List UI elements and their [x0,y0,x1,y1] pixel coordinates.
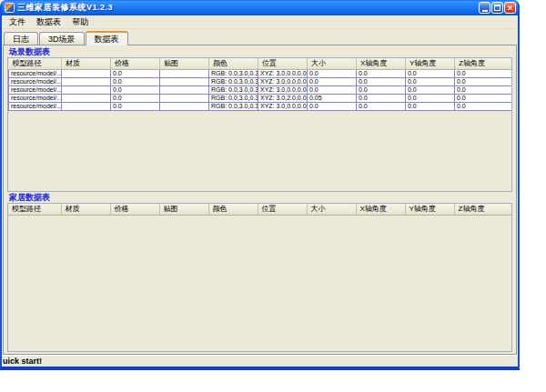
desktop-background: 三维家居装修系统V1.2.3 ✕ 文件 数据表 帮助 日志 3D场景 数据表 场… [0,0,546,392]
cell-price[interactable]: 0.0 [111,77,160,85]
column-header-size[interactable]: 大小 [308,58,357,69]
cell-position[interactable]: XYZ: 3.0,0.0,0.0 [258,69,308,77]
cell-y-angle[interactable]: 0.0 [406,69,455,77]
column-header-price[interactable]: 价格 [111,58,160,69]
cell-material[interactable] [62,85,111,94]
cell-texture[interactable] [160,77,209,85]
menu-file[interactable]: 文件 [4,15,31,29]
column-header-z-angle[interactable]: Z轴角度 [455,58,513,69]
cell-y-angle[interactable]: 0.0 [406,77,455,85]
table-row[interactable]: resource/model/... 0.0 RGB: 0.0,3.0,0.3 … [9,102,513,110]
furniture-table: 模型路径 材质 价格 贴图 颜色 位置 大小 X轴角度 Y轴角度 Z轴角度 [7,203,512,352]
status-bar: uick start! [2,355,518,367]
cell-texture[interactable] [160,69,209,77]
close-icon: ✕ [507,4,514,13]
status-text: uick start! [3,357,42,366]
cell-price[interactable]: 0.0 [111,69,160,77]
cell-y-angle[interactable]: 0.0 [406,85,455,94]
close-button[interactable]: ✕ [504,2,516,14]
cell-color[interactable]: RGB: 0.0,3.0,0.3 [209,77,258,85]
cell-size[interactable]: 0.0 [308,69,357,77]
cell-price[interactable]: 0.0 [111,102,160,110]
cell-size[interactable]: 0.0 [308,77,357,85]
cell-position[interactable]: XYZ: 3.0,2.0,0.0 [258,94,308,102]
minimize-button[interactable] [479,2,490,14]
cell-z-angle[interactable]: 0.0 [455,69,513,77]
menu-help[interactable]: 帮助 [66,15,94,29]
cell-y-angle[interactable]: 0.0 [406,102,455,110]
cell-color[interactable]: RGB: 0.0,3.0,0.3 [209,102,258,110]
cell-position[interactable]: XYZ: 3.0,0.0,0.0 [258,85,308,94]
cell-size[interactable]: 0.0 [308,102,357,110]
table-row[interactable]: resource/model/... 0.0 RGB: 0.0,3.0,0.3 … [9,94,513,102]
cell-color[interactable]: RGB: 0.0,3.0,0.3 [209,69,258,77]
cell-x-angle[interactable]: 0.0 [357,85,406,94]
cell-model-path[interactable]: resource/model/... [9,102,62,110]
column-header-color[interactable]: 颜色 [208,204,258,215]
scene-table-title: 场景数据表 [9,47,514,56]
cell-x-angle[interactable]: 0.0 [357,102,406,110]
minimize-icon [482,10,488,12]
cell-model-path[interactable]: resource/model/... [9,94,62,102]
tab-3d-scene[interactable]: 3D场景 [39,32,85,45]
app-icon [5,3,15,13]
menu-bar: 文件 数据表 帮助 [2,15,518,29]
cell-model-path[interactable]: resource/model/... [9,85,62,94]
cell-size[interactable]: 0.05 [308,94,357,102]
cell-x-angle[interactable]: 0.0 [357,77,406,85]
column-header-y-angle[interactable]: Y轴角度 [405,204,454,215]
cell-color[interactable]: RGB: 0.0,3.0,0.3 [209,85,258,94]
tab-bar: 日志 3D场景 数据表 [2,29,518,45]
maximize-button[interactable] [491,2,503,14]
cell-texture[interactable] [160,94,209,102]
cell-model-path[interactable]: resource/model/... [9,77,62,85]
column-header-model-path[interactable]: 模型路径 [8,204,61,215]
cell-z-angle[interactable]: 0.0 [455,77,513,85]
column-header-material[interactable]: 材质 [62,58,111,69]
window-controls: ✕ [479,2,516,14]
cell-price[interactable]: 0.0 [111,94,160,102]
cell-y-angle[interactable]: 0.0 [406,94,455,102]
column-header-x-angle[interactable]: X轴角度 [357,58,406,69]
column-header-z-angle[interactable]: Z轴角度 [454,204,512,215]
cell-size[interactable]: 0.0 [308,85,357,94]
column-header-y-angle[interactable]: Y轴角度 [406,58,455,69]
cell-material[interactable] [62,69,111,77]
cell-material[interactable] [62,77,111,85]
data-table-panel: 场景数据表 模型路径 材质 价格 贴图 颜色 位置 [3,45,517,355]
column-header-texture[interactable]: 贴图 [160,58,209,69]
column-header-size[interactable]: 大小 [307,204,356,215]
cell-material[interactable] [62,94,111,102]
table-row[interactable]: resource/model/... 0.0 RGB: 0.0,3.0,0.3 … [9,77,513,85]
maximize-icon [494,5,500,11]
column-header-color[interactable]: 颜色 [209,58,258,69]
cell-model-path[interactable]: resource/model/... [9,69,62,77]
cell-material[interactable] [62,102,111,110]
cell-x-angle[interactable]: 0.0 [357,94,406,102]
title-bar[interactable]: 三维家居装修系统V1.2.3 ✕ [2,0,518,15]
column-header-price[interactable]: 价格 [110,204,159,215]
table-row[interactable]: resource/model/... 0.0 RGB: 0.0,3.0,0.3 … [9,85,513,94]
cell-texture[interactable] [160,102,209,110]
column-header-model-path[interactable]: 模型路径 [9,58,62,69]
table-row[interactable]: resource/model/... 0.0 RGB: 0.0,3.0,0.3 … [9,69,513,77]
column-header-position[interactable]: 位置 [258,58,308,69]
cell-z-angle[interactable]: 0.0 [455,85,513,94]
cell-z-angle[interactable]: 0.0 [455,94,513,102]
cell-position[interactable]: XYZ: 3.0,0.0,0.0 [258,77,308,85]
tab-log[interactable]: 日志 [4,32,38,45]
cell-z-angle[interactable]: 0.0 [455,102,513,110]
cell-color[interactable]: RGB: 0.0,3.0,0.3 [209,94,258,102]
window-title: 三维家居装修系统V1.2.3 [17,2,479,14]
cell-x-angle[interactable]: 0.0 [357,69,406,77]
column-header-texture[interactable]: 贴图 [159,204,208,215]
cell-texture[interactable] [160,85,209,94]
furniture-table-header-row: 模型路径 材质 价格 贴图 颜色 位置 大小 X轴角度 Y轴角度 Z轴角度 [8,204,512,215]
cell-price[interactable]: 0.0 [111,85,160,94]
column-header-x-angle[interactable]: X轴角度 [356,204,405,215]
column-header-material[interactable]: 材质 [61,204,110,215]
tab-data-table[interactable]: 数据表 [86,31,128,45]
menu-data-table[interactable]: 数据表 [31,15,66,29]
cell-position[interactable]: XYZ: 3.0,0.0,0.0 [258,102,308,110]
column-header-position[interactable]: 位置 [258,204,307,215]
